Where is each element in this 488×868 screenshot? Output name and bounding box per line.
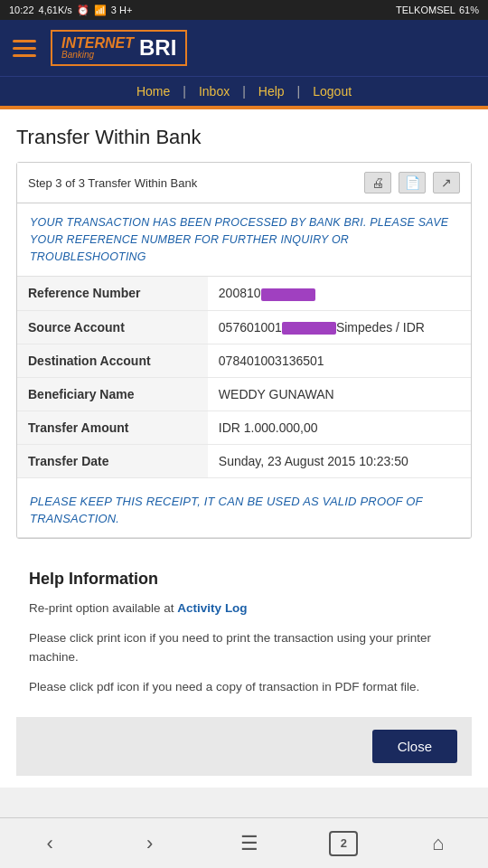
bottom-nav: ‹ › ☰ 2 ⌂ — [0, 817, 488, 868]
step-header: Step 3 of 3 Transfer Within Bank 🖨 📄 ↗ — [17, 163, 471, 203]
value-transfer-date: Sunday, 23 August 2015 10:23:50 — [208, 444, 471, 477]
step-box: Step 3 of 3 Transfer Within Bank 🖨 📄 ↗ Y… — [16, 162, 472, 539]
network-speed: 4,61K/s — [39, 5, 72, 15]
status-left: 10:22 4,61K/s ⏰ 📶 3 H+ — [9, 5, 132, 16]
logo-internet: INTERNET — [61, 36, 134, 51]
step-icons: 🖨 📄 ↗ — [364, 172, 460, 193]
value-transfer-amount: IDR 1.000.000,00 — [208, 410, 471, 444]
nav-inbox[interactable]: Inbox — [186, 84, 242, 99]
close-area: Close — [16, 717, 472, 776]
table-row: Beneficiary Name WEDDY GUNAWAN — [17, 377, 471, 410]
label-source-account: Source Account — [17, 310, 208, 344]
table-row: Transfer Amount IDR 1.000.000,00 — [17, 410, 471, 444]
signal-type: 3 H+ — [111, 5, 133, 15]
help-section: Help Information Re-print option availab… — [16, 553, 472, 717]
label-beneficiary-name: Beneficiary Name — [17, 377, 208, 410]
nav-home[interactable]: Home — [124, 84, 183, 99]
label-transfer-amount: Transfer Amount — [17, 410, 208, 444]
help-title: Help Information — [29, 570, 459, 589]
print-icon-button[interactable]: 🖨 — [364, 172, 391, 193]
nav-help[interactable]: Help — [246, 84, 297, 99]
logo-bri: BRI — [139, 35, 176, 61]
forward-button[interactable]: › — [130, 824, 170, 863]
nav-bar: Home | Inbox | Help | Logout — [0, 76, 488, 106]
main-content: Transfer Within Bank Step 3 of 3 Transfe… — [0, 109, 488, 788]
clock-icon: ⏰ — [77, 5, 89, 16]
label-reference-number: Reference Number — [17, 277, 208, 310]
status-right: TELKOMSEL 61% — [396, 5, 479, 15]
time: 10:22 — [9, 5, 34, 15]
menu-button[interactable]: ☰ — [230, 824, 269, 863]
corner-icon-button[interactable]: ↗ — [433, 172, 460, 193]
tab-counter[interactable]: 2 — [329, 831, 358, 856]
transaction-notice-text: Your transaction has been processed by B… — [30, 216, 448, 263]
table-row: Transfer Date Sunday, 23 August 2015 10:… — [17, 444, 471, 477]
value-beneficiary-name: WEDDY GUNAWAN — [208, 377, 471, 410]
header: INTERNET Banking BRI — [0, 20, 488, 76]
transaction-notice: Your transaction has been processed by B… — [17, 203, 471, 277]
details-table: Reference Number 200810 Source Account 0… — [17, 277, 471, 478]
table-row: Source Account 057601001Simpedes / IDR — [17, 310, 471, 344]
help-line3: Please click pdf icon if you need a copy… — [29, 678, 459, 697]
help-line2: Please click print icon if you need to p… — [29, 629, 459, 667]
logo-text: INTERNET Banking — [61, 36, 134, 60]
table-row: Destination Account 078401003136501 — [17, 344, 471, 377]
page-title: Transfer Within Bank — [16, 126, 472, 149]
label-destination-account: Destination Account — [17, 344, 208, 377]
value-destination-account: 078401003136501 — [208, 344, 471, 377]
activity-log-link[interactable]: Activity Log — [177, 601, 247, 615]
redacted-source — [282, 322, 336, 335]
hamburger-menu[interactable] — [13, 40, 36, 57]
pdf-icon-button[interactable]: 📄 — [399, 172, 426, 193]
battery: 61% — [459, 5, 479, 15]
status-bar: 10:22 4,61K/s ⏰ 📶 3 H+ TELKOMSEL 61% — [0, 0, 488, 20]
value-source-account: 057601001Simpedes / IDR — [208, 310, 471, 344]
carrier: TELKOMSEL — [396, 5, 455, 15]
keep-receipt-notice: Please keep this receipt, it can be used… — [17, 478, 471, 538]
step-label: Step 3 of 3 Transfer Within Bank — [28, 176, 197, 190]
redacted-reference — [261, 288, 315, 301]
keep-receipt-text: Please keep this receipt, it can be used… — [30, 495, 422, 526]
label-transfer-date: Transfer Date — [17, 444, 208, 477]
logo: INTERNET Banking BRI — [51, 30, 187, 66]
help-line1: Re-print option available at Activity Lo… — [29, 599, 459, 618]
home-button[interactable]: ⌂ — [418, 824, 458, 863]
back-button[interactable]: ‹ — [30, 824, 70, 863]
wifi-icon: 📶 — [94, 5, 107, 16]
table-row: Reference Number 200810 — [17, 277, 471, 310]
value-reference-number: 200810 — [208, 277, 471, 310]
logo-banking: Banking — [61, 51, 134, 60]
nav-logout[interactable]: Logout — [300, 84, 364, 99]
close-button[interactable]: Close — [372, 730, 457, 763]
